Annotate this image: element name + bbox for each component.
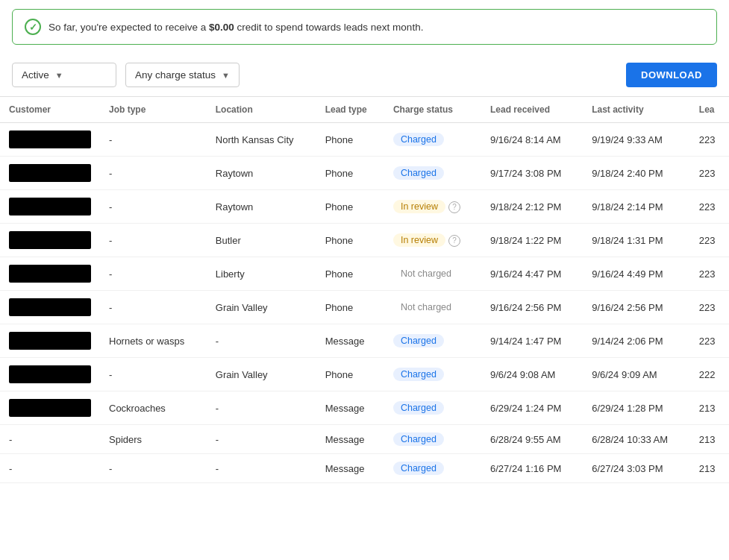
- charge-status-filter-dropdown[interactable]: Any charge status ▼: [125, 63, 240, 87]
- location-cell: Grain Valley: [207, 358, 316, 391]
- job-type-cell: -: [100, 291, 207, 324]
- table-row[interactable]: -RaytownPhoneIn review?9/18/24 2:12 PM9/…: [0, 190, 729, 224]
- last-activity-cell: 9/16/24 2:56 PM: [583, 291, 690, 324]
- job-type-cell: -: [100, 358, 207, 391]
- table-row[interactable]: -Grain ValleyPhoneNot charged9/16/24 2:5…: [0, 291, 729, 324]
- job-type-cell: -: [100, 157, 207, 190]
- customer-cell: [0, 224, 100, 257]
- customer-redacted: [9, 298, 91, 316]
- location-cell: -: [207, 391, 316, 425]
- table-row[interactable]: ---MessageCharged6/27/24 1:16 PM6/27/24 …: [0, 454, 729, 483]
- job-type-cell: Spiders: [100, 425, 207, 454]
- job-type-cell: Cockroaches: [100, 391, 207, 425]
- leads-table: Customer Job type Location Lead type Cha…: [0, 97, 729, 483]
- lead-received-cell: 9/18/24 1:22 PM: [481, 224, 583, 257]
- job-type-cell: Hornets or wasps: [100, 324, 207, 358]
- charge-status-cell: Charged: [384, 157, 481, 190]
- lead-num-cell: 223: [690, 257, 729, 291]
- last-activity-cell: 9/16/24 4:49 PM: [583, 257, 690, 291]
- lead-num-cell: 213: [690, 454, 729, 483]
- table-row[interactable]: Hornets or wasps-MessageCharged9/14/24 1…: [0, 324, 729, 358]
- lead-num-cell: 223: [690, 324, 729, 358]
- col-lead-received: Lead received: [481, 97, 583, 123]
- location-cell: Butler: [207, 224, 316, 257]
- location-cell: -: [207, 324, 316, 358]
- col-customer: Customer: [0, 97, 100, 123]
- location-cell: North Kansas City: [207, 123, 316, 157]
- customer-cell: [0, 358, 100, 391]
- lead-type-cell: Message: [316, 391, 384, 425]
- col-location: Location: [207, 97, 316, 123]
- table-row[interactable]: -RaytownPhoneCharged9/17/24 3:08 PM9/18/…: [0, 157, 729, 190]
- charge-status-badge: In review: [393, 233, 445, 247]
- location-cell: -: [207, 454, 316, 483]
- job-type-cell: -: [100, 123, 207, 157]
- lead-type-cell: Message: [316, 425, 384, 454]
- customer-cell: [0, 123, 100, 157]
- status-filter-label: Active: [22, 69, 49, 81]
- leads-table-wrapper: Customer Job type Location Lead type Cha…: [0, 97, 729, 483]
- lead-type-cell: Message: [316, 454, 384, 483]
- table-row[interactable]: -Grain ValleyPhoneCharged9/6/24 9:08 AM9…: [0, 358, 729, 391]
- customer-redacted: [9, 332, 91, 350]
- location-cell: -: [207, 425, 316, 454]
- table-row[interactable]: -ButlerPhoneIn review?9/18/24 1:22 PM9/1…: [0, 224, 729, 257]
- customer-redacted: [9, 164, 91, 182]
- job-type-cell: -: [100, 224, 207, 257]
- customer-cell: [0, 257, 100, 291]
- location-cell: Raytown: [207, 157, 316, 190]
- lead-received-cell: 9/18/24 2:12 PM: [481, 190, 583, 224]
- table-row[interactable]: Cockroaches-MessageCharged6/29/24 1:24 P…: [0, 391, 729, 425]
- lead-num-cell: 223: [690, 123, 729, 157]
- lead-type-cell: Message: [316, 324, 384, 358]
- charge-status-badge: Not charged: [393, 267, 459, 280]
- location-cell: Liberty: [207, 257, 316, 291]
- table-row[interactable]: -North Kansas CityPhoneCharged9/16/24 8:…: [0, 123, 729, 157]
- job-type-cell: -: [100, 454, 207, 483]
- charge-status-badge: Charged: [393, 368, 444, 381]
- charge-status-cell: Charged: [384, 391, 481, 425]
- location-cell: Grain Valley: [207, 291, 316, 324]
- charge-status-filter-label: Any charge status: [135, 69, 216, 81]
- download-button[interactable]: DOWNLOAD: [626, 63, 717, 87]
- help-icon[interactable]: ?: [448, 235, 460, 247]
- last-activity-cell: 9/18/24 2:14 PM: [583, 190, 690, 224]
- customer-cell: [0, 157, 100, 190]
- charge-status-cell: Not charged: [384, 257, 481, 291]
- lead-type-cell: Phone: [316, 190, 384, 224]
- status-filter-dropdown[interactable]: Active ▼: [12, 63, 116, 87]
- charge-status-cell: In review?: [384, 224, 481, 257]
- charge-status-badge: Charged: [393, 334, 444, 347]
- lead-received-cell: 9/14/24 1:47 PM: [481, 324, 583, 358]
- charge-status-cell: Charged: [384, 358, 481, 391]
- chevron-down-icon: ▼: [222, 71, 230, 80]
- last-activity-cell: 9/18/24 2:40 PM: [583, 157, 690, 190]
- lead-num-cell: 213: [690, 391, 729, 425]
- charge-status-cell: Not charged: [384, 291, 481, 324]
- help-icon[interactable]: ?: [448, 201, 460, 213]
- col-last-activity: Last activity: [583, 97, 690, 123]
- table-row[interactable]: -Spiders-MessageCharged6/28/24 9:55 AM6/…: [0, 425, 729, 454]
- job-type-cell: -: [100, 257, 207, 291]
- col-charge-status: Charge status: [384, 97, 481, 123]
- lead-received-cell: 9/6/24 9:08 AM: [481, 358, 583, 391]
- customer-redacted: [9, 231, 91, 249]
- charge-status-badge: Charged: [393, 401, 444, 415]
- charge-status-cell: In review?: [384, 190, 481, 224]
- last-activity-cell: 9/18/24 1:31 PM: [583, 224, 690, 257]
- lead-num-cell: 223: [690, 157, 729, 190]
- lead-type-cell: Phone: [316, 157, 384, 190]
- charge-status-badge: In review: [393, 200, 445, 213]
- last-activity-cell: 6/29/24 1:28 PM: [583, 391, 690, 425]
- job-type-cell: -: [100, 190, 207, 224]
- lead-received-cell: 9/16/24 2:56 PM: [481, 291, 583, 324]
- table-row[interactable]: -LibertyPhoneNot charged9/16/24 4:47 PM9…: [0, 257, 729, 291]
- banner-text: So far, you're expected to receive a $0.…: [49, 22, 423, 33]
- col-lead-type: Lead type: [316, 97, 384, 123]
- charge-status-cell: Charged: [384, 425, 481, 454]
- customer-cell: -: [0, 425, 100, 454]
- charge-status-badge: Charged: [393, 133, 444, 146]
- charge-status-badge: Charged: [393, 432, 444, 446]
- lead-received-cell: 9/16/24 4:47 PM: [481, 257, 583, 291]
- lead-num-cell: 222: [690, 358, 729, 391]
